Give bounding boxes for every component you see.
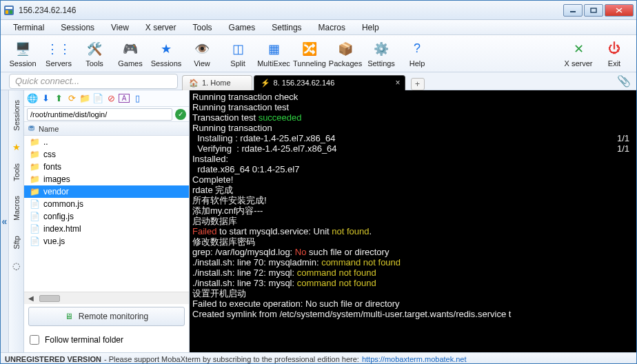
view-button[interactable]: 👁️View bbox=[184, 37, 220, 71]
globe-icon[interactable]: 🌐 bbox=[27, 93, 38, 103]
xserver-button[interactable]: ✕X server bbox=[560, 37, 596, 71]
menu-settings[interactable]: Settings bbox=[265, 21, 308, 34]
sessions-button-icon: ★ bbox=[157, 40, 175, 58]
sidetab-macros[interactable]: Macros bbox=[11, 189, 22, 228]
terminal-line: 修改数据库密码 bbox=[192, 236, 634, 247]
terminal[interactable]: Running transaction checkRunning transac… bbox=[190, 90, 636, 352]
file-name: .. bbox=[43, 137, 48, 147]
footer-link[interactable]: https://mobaxterm.mobatek.net bbox=[362, 355, 467, 363]
sessions-button[interactable]: ★Sessions bbox=[148, 37, 184, 71]
star-icon: ★ bbox=[11, 139, 22, 155]
file-name: index.html bbox=[43, 224, 81, 234]
maximize-button[interactable] bbox=[584, 4, 603, 17]
menu-terminal[interactable]: Terminal bbox=[6, 21, 51, 34]
file-row[interactable]: 📁vendor bbox=[24, 185, 189, 198]
status-bar: UNREGISTERED VERSION - Please support Mo… bbox=[1, 352, 636, 364]
packages-button-label: Packages bbox=[329, 59, 362, 68]
menu-bar: TerminalSessionsViewX serverToolsGamesSe… bbox=[1, 20, 636, 35]
help-button[interactable]: ?Help bbox=[399, 37, 435, 71]
file-header[interactable]: ⛃ Name bbox=[24, 122, 189, 136]
follow-terminal-row[interactable]: Follow terminal folder bbox=[30, 332, 183, 348]
new-folder-icon[interactable]: 📁 bbox=[79, 93, 90, 103]
follow-terminal-checkbox[interactable] bbox=[30, 335, 39, 345]
sidetab-sessions[interactable]: Sessions bbox=[11, 93, 22, 138]
file-row[interactable]: 📄common.js bbox=[24, 198, 189, 210]
folder-icon: 📁 bbox=[30, 187, 39, 196]
file-row[interactable]: 📁fonts bbox=[24, 161, 189, 173]
tools-button[interactable]: 🛠️Tools bbox=[77, 37, 112, 71]
tab-home[interactable]: 🏠 1. Home bbox=[182, 75, 252, 90]
tab-bar: 🏠 1. Home ⚡ 8. 156.234.62.146 × + bbox=[182, 72, 611, 90]
file-name: css bbox=[43, 150, 56, 159]
follow-terminal-label: Follow terminal folder bbox=[45, 335, 123, 345]
menu-macros[interactable]: Macros bbox=[312, 21, 352, 34]
servers-button[interactable]: ⋮⋮Servers bbox=[41, 37, 77, 71]
quick-connect-input[interactable]: Quick connect... bbox=[9, 74, 178, 89]
collapse-sidebar-button[interactable]: « bbox=[1, 90, 9, 352]
paperclip-icon[interactable]: 📎 bbox=[617, 74, 631, 88]
menu-help[interactable]: Help bbox=[355, 21, 386, 34]
menu-tools[interactable]: Tools bbox=[186, 21, 219, 34]
file-row[interactable]: 📁images bbox=[24, 173, 189, 185]
path-ok-icon: ✓ bbox=[175, 109, 186, 120]
session-button[interactable]: 🖥️Session bbox=[5, 37, 41, 71]
file-name: common.js bbox=[43, 199, 83, 209]
path-input[interactable] bbox=[27, 108, 172, 121]
packages-button-icon: 📦 bbox=[336, 40, 354, 58]
remote-monitoring-button[interactable]: 🖥 Remote monitoring bbox=[28, 307, 185, 326]
file-list[interactable]: 📁..📁css📁fonts📁images📁vendor📄common.js📄co… bbox=[24, 136, 189, 292]
file-row[interactable]: 📄vue.js bbox=[24, 235, 189, 247]
minimize-button[interactable] bbox=[563, 4, 583, 17]
download-icon[interactable]: ⬇ bbox=[40, 93, 51, 103]
menu-x-server[interactable]: X server bbox=[139, 21, 183, 34]
scroll-thumb[interactable] bbox=[39, 295, 60, 302]
tunneling-button[interactable]: 🔀Tunneling bbox=[292, 37, 327, 71]
title-bar: 156.234.62.146 bbox=[1, 1, 636, 20]
split-button[interactable]: ◫Split bbox=[220, 37, 256, 71]
filter-icon[interactable]: ▯ bbox=[132, 93, 143, 103]
new-tab-button[interactable]: + bbox=[411, 78, 425, 90]
terminal-line: ./install.sh: line 72: mysql: command no… bbox=[192, 267, 634, 278]
terminal-line: 所有软件安装完成! bbox=[192, 195, 634, 205]
upload-icon[interactable]: ⬆ bbox=[53, 93, 64, 103]
games-button[interactable]: 🎮Games bbox=[112, 37, 148, 71]
exit-button[interactable]: ⏻Exit bbox=[596, 37, 632, 71]
sidetab-sftp[interactable]: Sftp bbox=[11, 229, 22, 256]
settings-button-icon: ⚙️ bbox=[372, 40, 390, 58]
menu-view[interactable]: View bbox=[104, 21, 136, 34]
packages-button[interactable]: 📦Packages bbox=[327, 37, 363, 71]
session-button-icon: 🖥️ bbox=[14, 40, 32, 58]
html-file-icon: 📄 bbox=[30, 224, 39, 234]
refresh-icon[interactable]: ⟳ bbox=[66, 93, 77, 103]
horizontal-scrollbar[interactable]: ◀ bbox=[24, 292, 189, 304]
file-name: vendor bbox=[43, 187, 69, 196]
js-file-icon: 📄 bbox=[30, 236, 39, 246]
svg-rect-2 bbox=[6, 10, 8, 14]
sidetab-tools[interactable]: Tools bbox=[11, 156, 22, 188]
menu-sessions[interactable]: Sessions bbox=[54, 21, 101, 34]
file-row[interactable]: 📁css bbox=[24, 148, 189, 161]
text-icon[interactable]: A bbox=[119, 94, 130, 103]
folder-up-icon: 📁 bbox=[30, 137, 39, 147]
js-file-icon: 📄 bbox=[30, 212, 39, 221]
terminal-line: Failed to start mysqld.service: Unit not… bbox=[192, 226, 634, 236]
tab-close-icon[interactable]: × bbox=[396, 78, 401, 88]
file-row[interactable]: 📁.. bbox=[24, 136, 189, 148]
footer-bold: UNREGISTERED VERSION bbox=[5, 355, 101, 363]
scroll-left-icon[interactable]: ◀ bbox=[28, 294, 34, 302]
delete-icon[interactable]: ⊘ bbox=[105, 93, 117, 103]
games-button-label: Games bbox=[118, 59, 142, 68]
games-button-icon: 🎮 bbox=[121, 40, 139, 58]
file-row[interactable]: 📄index.html bbox=[24, 223, 189, 235]
multiexec-button[interactable]: ▦MultiExec bbox=[256, 37, 292, 71]
close-button[interactable] bbox=[605, 4, 634, 17]
new-file-icon[interactable]: 📄 bbox=[92, 93, 103, 103]
multiexec-button-label: MultiExec bbox=[257, 59, 290, 68]
menu-games[interactable]: Games bbox=[222, 21, 263, 34]
drive-icon: ⛃ bbox=[28, 124, 34, 133]
tunneling-button-label: Tunneling bbox=[293, 59, 326, 68]
file-row[interactable]: 📄config.js bbox=[24, 210, 189, 223]
settings-button[interactable]: ⚙️Settings bbox=[363, 37, 399, 71]
tab-active[interactable]: ⚡ 8. 156.234.62.146 × bbox=[254, 75, 405, 90]
svg-rect-5 bbox=[591, 8, 596, 12]
